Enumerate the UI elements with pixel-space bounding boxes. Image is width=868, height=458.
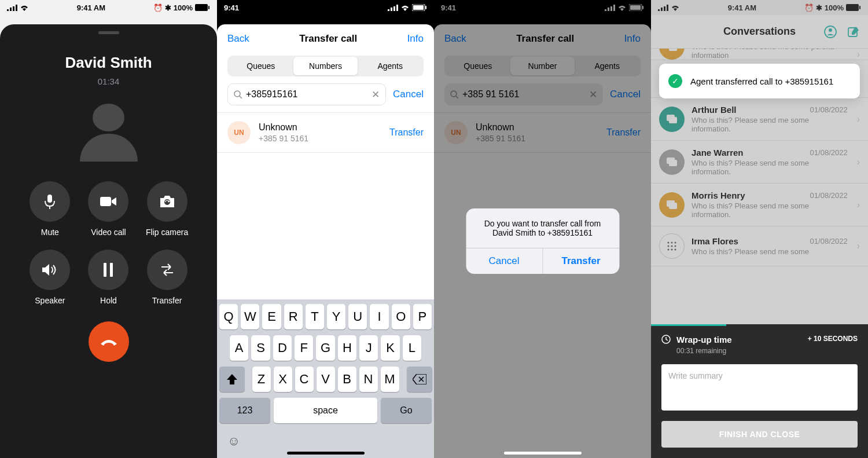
wrapup-title: Wrap-up time bbox=[676, 335, 732, 345]
speaker-label: Speaker bbox=[35, 296, 65, 305]
svg-rect-11 bbox=[110, 263, 113, 277]
key-t[interactable]: T bbox=[306, 304, 324, 329]
summary-input[interactable] bbox=[661, 364, 858, 411]
chat-icon bbox=[659, 149, 685, 175]
key-e[interactable]: E bbox=[262, 304, 281, 329]
key-m[interactable]: M bbox=[381, 367, 399, 392]
status-bar: 9:41 AM ⏰ ✱ 100% bbox=[0, 0, 217, 15]
hangup-button[interactable] bbox=[89, 321, 129, 362]
search-input[interactable] bbox=[246, 89, 368, 100]
key-c[interactable]: C bbox=[295, 367, 314, 392]
key-r[interactable]: R bbox=[284, 304, 303, 329]
add-contact-icon[interactable] bbox=[824, 25, 837, 38]
shift-key[interactable] bbox=[219, 367, 245, 392]
svg-rect-42 bbox=[669, 117, 677, 123]
svg-rect-30 bbox=[658, 9, 660, 11]
key-g[interactable]: G bbox=[316, 335, 334, 361]
chevron-right-icon: › bbox=[857, 157, 860, 167]
finish-button[interactable]: FINISH AND CLOSE bbox=[661, 421, 858, 448]
result-row[interactable]: UN Unknown +385 91 5161 Transfer bbox=[217, 112, 434, 153]
back-button[interactable]: Back bbox=[227, 33, 249, 45]
numbers-key[interactable]: 123 bbox=[219, 398, 270, 423]
key-k[interactable]: K bbox=[381, 335, 399, 361]
segmented-control[interactable]: Queues Numbers Agents bbox=[227, 56, 424, 76]
battery-pct: 100% bbox=[825, 3, 844, 12]
transfer-action[interactable]: Transfer bbox=[389, 127, 424, 138]
result-name: Unknown bbox=[259, 122, 389, 133]
list-item[interactable]: Arthur Bell01/08/2022Who is this? Please… bbox=[651, 98, 868, 141]
key-z[interactable]: Z bbox=[252, 367, 271, 392]
space-key[interactable]: space bbox=[274, 398, 377, 423]
home-indicator[interactable] bbox=[287, 452, 365, 455]
svg-rect-1 bbox=[10, 8, 12, 11]
progress-bar bbox=[651, 324, 726, 326]
key-x[interactable]: X bbox=[274, 367, 292, 392]
backspace-key[interactable] bbox=[407, 367, 432, 392]
tab-queues[interactable]: Queues bbox=[229, 57, 293, 75]
key-j[interactable]: J bbox=[359, 335, 378, 361]
sheet-grabber[interactable] bbox=[98, 31, 119, 34]
key-v[interactable]: V bbox=[317, 367, 335, 392]
wifi-icon bbox=[20, 4, 29, 11]
confirm-dialog: Do you want to transfer call from David … bbox=[466, 208, 619, 274]
video-button[interactable]: Video call bbox=[87, 181, 130, 237]
cancel-button[interactable]: Cancel bbox=[393, 89, 424, 100]
flip-camera-button[interactable]: Flip camera bbox=[146, 181, 188, 237]
list-item[interactable]: Irma Flores01/08/2022Who is this? Please… bbox=[651, 226, 868, 266]
key-f[interactable]: F bbox=[295, 335, 313, 361]
list-item[interactable]: Morris Henry01/08/2022Who is this? Pleas… bbox=[651, 184, 868, 226]
mute-button[interactable]: Mute bbox=[29, 181, 71, 237]
info-button[interactable]: Info bbox=[407, 33, 424, 45]
add-time-button[interactable]: + 10 SECONDS bbox=[808, 335, 858, 343]
alarm-icon: ⏰ bbox=[153, 3, 163, 12]
key-p[interactable]: P bbox=[413, 304, 432, 329]
key-w[interactable]: W bbox=[241, 304, 259, 329]
chevron-right-icon: › bbox=[857, 241, 860, 251]
status-time: 9:41 bbox=[224, 3, 239, 12]
clear-icon[interactable]: ✕ bbox=[372, 89, 380, 101]
go-key[interactable]: Go bbox=[381, 398, 432, 423]
battery-pct: 100% bbox=[174, 3, 193, 12]
key-a[interactable]: A bbox=[230, 335, 248, 361]
tab-numbers[interactable]: Numbers bbox=[293, 57, 358, 75]
transfer-button[interactable]: Transfer bbox=[146, 250, 188, 305]
key-l[interactable]: L bbox=[403, 335, 421, 361]
chat-icon bbox=[659, 233, 685, 259]
key-b[interactable]: B bbox=[338, 367, 356, 392]
compose-icon[interactable] bbox=[847, 25, 860, 38]
dialog-transfer-button[interactable]: Transfer bbox=[543, 248, 619, 274]
signal-icon bbox=[388, 5, 398, 11]
key-q[interactable]: Q bbox=[219, 304, 238, 329]
key-d[interactable]: D bbox=[273, 335, 292, 361]
svg-point-48 bbox=[671, 242, 673, 244]
key-h[interactable]: H bbox=[338, 335, 356, 361]
page-title: Conversations bbox=[723, 25, 796, 38]
tab-agents[interactable]: Agents bbox=[358, 57, 422, 75]
speaker-button[interactable]: Speaker bbox=[29, 250, 71, 305]
transfer-sheet: Back Transfer call Info Queues Numbers A… bbox=[217, 24, 434, 458]
check-icon: ✓ bbox=[668, 74, 682, 88]
dialog-cancel-button[interactable]: Cancel bbox=[466, 248, 543, 274]
chat-icon bbox=[659, 192, 685, 218]
svg-rect-12 bbox=[388, 9, 389, 11]
svg-rect-17 bbox=[413, 5, 424, 10]
result-avatar: UN bbox=[227, 121, 251, 144]
key-n[interactable]: N bbox=[359, 367, 378, 392]
status-bar: 9:41 bbox=[217, 0, 434, 15]
wrapup-remaining: 00:31 remaining bbox=[676, 347, 732, 355]
key-y[interactable]: Y bbox=[327, 304, 345, 329]
key-i[interactable]: I bbox=[370, 304, 388, 329]
list-item[interactable]: Jane Warren01/08/2022Who is this? Please… bbox=[651, 141, 868, 184]
emoji-key[interactable]: ☺ bbox=[225, 433, 242, 450]
clock-icon bbox=[661, 335, 671, 355]
search-field[interactable]: ✕ bbox=[227, 83, 386, 105]
key-o[interactable]: O bbox=[392, 304, 410, 329]
list-item[interactable]: Who is this? Please send me some poruka … bbox=[651, 49, 868, 60]
home-indicator[interactable] bbox=[504, 452, 582, 455]
conversations-header: Conversations bbox=[651, 15, 868, 49]
key-s[interactable]: S bbox=[251, 335, 270, 361]
nav-header: Back Transfer call Info bbox=[217, 24, 434, 53]
key-u[interactable]: U bbox=[348, 304, 367, 329]
hold-button[interactable]: Hold bbox=[87, 250, 130, 305]
svg-rect-14 bbox=[393, 6, 395, 11]
